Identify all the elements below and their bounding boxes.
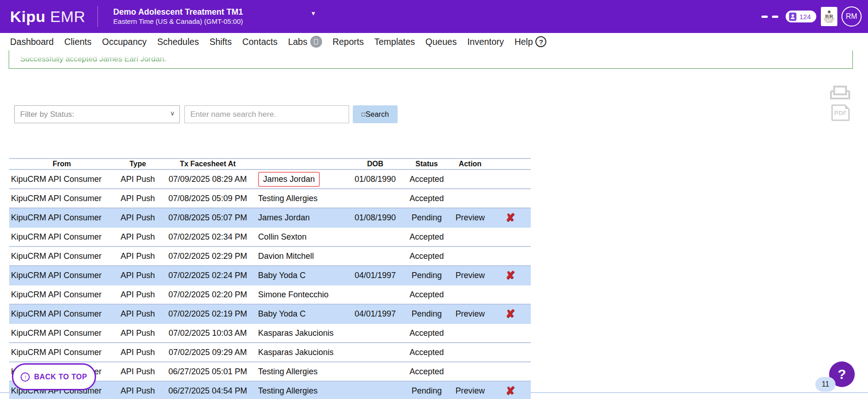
name-search-input[interactable] (184, 105, 349, 123)
print-icon[interactable] (829, 85, 851, 104)
preview-link[interactable]: Preview (455, 213, 485, 222)
cell-from: KipuCRM API Consumer (9, 348, 114, 357)
cell-facesheet-at: 07/08/2025 05:09 PM (161, 194, 254, 203)
nav-item-dashboard[interactable]: Dashboard (10, 37, 54, 47)
facility-logo[interactable]: ♣ B|R BIRMINGHAM RECOVERY CENTER (821, 7, 837, 26)
cell-facesheet-at: 07/08/2025 05:07 PM (161, 213, 254, 223)
cell-status: Pending (403, 386, 451, 396)
nav-item-shifts[interactable]: Shifts (210, 37, 232, 47)
cell-status: Accepted (403, 175, 451, 184)
alert-fade-overlay (9, 50, 852, 62)
pdf-export-icon[interactable]: PDF (831, 104, 850, 121)
cell-status: Accepted (403, 251, 451, 261)
cell-dob: 01/08/1990 (348, 175, 403, 184)
nav-item-schedules[interactable]: Schedules (157, 37, 199, 47)
nav-item-occupancy[interactable]: Occupancy (102, 37, 147, 47)
nav-item-label: Shifts (210, 37, 232, 47)
nav-item-templates[interactable]: Templates (374, 37, 415, 47)
delete-icon[interactable]: ✘ (506, 212, 515, 224)
labs-badge-icon (310, 36, 322, 48)
cell-status: Pending (403, 309, 451, 319)
header-dash-icon-2[interactable] (772, 16, 778, 18)
nav-item-queues[interactable]: Queues (426, 37, 457, 47)
column-header-type: Type (114, 160, 161, 168)
cell-action: Preview (451, 213, 490, 223)
search-button-label: Search (366, 110, 389, 119)
cell-facesheet-at: 07/02/2025 02:19 PM (161, 309, 254, 319)
header-right: 124 ♣ B|R BIRMINGHAM RECOVERY CENTER RM (761, 0, 868, 33)
cell-facesheet-at: 07/02/2025 02:20 PM (161, 290, 254, 300)
header-dash-icon-1[interactable] (761, 16, 768, 18)
nav-item-inventory[interactable]: Inventory (467, 37, 504, 47)
cell-facesheet-at: 07/02/2025 02:24 PM (161, 271, 254, 280)
cell-facesheet-at: 07/02/2025 02:29 PM (161, 251, 254, 261)
status-filter-wrap: Filter by Status: ∨ (14, 105, 180, 123)
nav-item-label: Clients (64, 37, 92, 47)
cell-type: API Push (114, 213, 161, 223)
table-row: KipuCRM API Consumer API Push 07/02/2025… (9, 343, 531, 362)
cell-facesheet-at: 07/02/2025 10:03 AM (161, 328, 254, 338)
facility-selector[interactable]: Demo Adolescent Treatment TM1 Eastern Ti… (113, 7, 243, 26)
header-divider (97, 6, 98, 27)
column-header-status: Status (403, 160, 451, 168)
user-avatar[interactable]: RM (841, 6, 862, 27)
search-button[interactable]: □Search (353, 105, 398, 123)
help-notification-badge: 11 (815, 377, 836, 392)
cell-from: KipuCRM API Consumer (9, 290, 114, 300)
cell-type: API Push (114, 194, 161, 203)
cell-client-name: Kasparas Jakucionis (254, 348, 348, 357)
nav-item-help[interactable]: Help? (514, 36, 546, 47)
preview-link[interactable]: Preview (455, 309, 485, 318)
cell-facesheet-at: 07/09/2025 08:29 AM (161, 175, 254, 184)
cell-delete: ✘ (490, 270, 531, 281)
cell-from: KipuCRM API Consumer (9, 271, 114, 280)
cell-from: KipuCRM API Consumer (9, 232, 114, 242)
cell-status: Accepted (403, 348, 451, 357)
nav-item-clients[interactable]: Clients (64, 37, 92, 47)
census-count-pill[interactable]: 124 (786, 11, 816, 22)
main-nav: DashboardClientsOccupancySchedulesShifts… (0, 33, 868, 50)
cell-type: API Push (114, 348, 161, 357)
cell-status: Pending (403, 271, 451, 280)
cell-action: Preview (451, 309, 490, 319)
nav-item-label: Help (514, 37, 533, 47)
nav-item-label: Contacts (242, 37, 277, 47)
cell-client-name: James Jordan (254, 172, 348, 187)
cell-facesheet-at: 07/02/2025 02:34 PM (161, 232, 254, 242)
cell-from: KipuCRM API Consumer (9, 328, 114, 338)
table-row: KipuCRM API Consumer API Push 07/02/2025… (9, 305, 531, 324)
status-filter-select[interactable]: Filter by Status: (14, 105, 180, 123)
help-circle-icon: ? (535, 36, 546, 47)
table-row: KipuCRM API Consumer API Push 07/09/2025… (9, 170, 531, 189)
nav-item-label: Labs (288, 37, 307, 47)
cell-type: API Push (114, 367, 161, 377)
cell-client-name: Baby Yoda C (254, 271, 348, 280)
nav-item-labs[interactable]: Labs (288, 36, 322, 48)
cell-facesheet-at: 07/02/2025 09:29 AM (161, 348, 254, 357)
cell-dob: 04/01/1997 (348, 271, 403, 280)
census-count: 124 (799, 13, 811, 21)
preview-link[interactable]: Preview (455, 271, 485, 280)
cell-delete: ✘ (490, 308, 531, 320)
preview-link[interactable]: Preview (455, 386, 485, 395)
cell-client-name: Simone Fontecchio (254, 290, 348, 300)
cell-status: Accepted (403, 290, 451, 300)
client-name: Testing Allergies (258, 386, 318, 396)
facility-name: Demo Adolescent Treatment TM1 (113, 7, 243, 17)
column-header-facesheet: Tx Facesheet At (161, 160, 254, 168)
back-to-top-button[interactable]: ↑ BACK TO TOP (12, 363, 96, 390)
delete-icon[interactable]: ✘ (506, 308, 515, 320)
cell-action: Preview (451, 271, 490, 280)
cell-dob: 04/01/1997 (348, 309, 403, 319)
cell-facesheet-at: 06/27/2025 04:54 PM (161, 386, 254, 396)
nav-item-contacts[interactable]: Contacts (242, 37, 277, 47)
nav-item-reports[interactable]: Reports (333, 37, 364, 47)
kipu-emr-logo[interactable]: Kipu EMR (10, 8, 86, 26)
delete-icon[interactable]: ✘ (506, 385, 515, 397)
delete-icon[interactable]: ✘ (506, 270, 515, 281)
cell-client-name: Baby Yoda C (254, 309, 348, 319)
client-name: Baby Yoda C (258, 309, 306, 319)
facility-dropdown-caret-icon[interactable]: ▾ (312, 9, 315, 17)
cell-type: API Push (114, 386, 161, 396)
back-to-top-label: BACK TO TOP (34, 373, 87, 381)
